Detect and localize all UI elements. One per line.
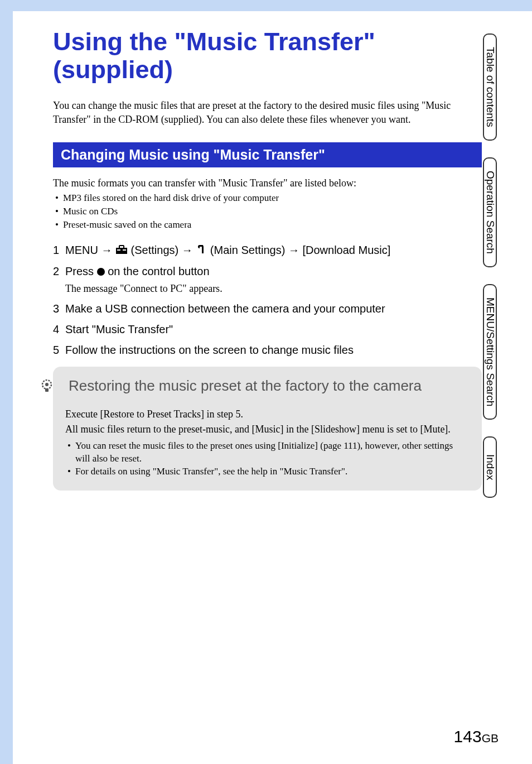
tip-body: Execute [Restore to Preset Tracks] in st… — [65, 407, 470, 478]
step-3: Make a USB connection between the camera… — [53, 300, 482, 318]
side-navigation-tabs: Table of contents Operation Search MENU/… — [483, 33, 524, 515]
svg-rect-1 — [119, 246, 124, 248]
step-4: Start "Music Transfer" — [53, 321, 482, 338]
top-accent-bar — [0, 0, 532, 11]
tab-operation-search[interactable]: Operation Search — [483, 157, 497, 267]
step-2: Press on the control button The message … — [53, 263, 482, 297]
tip-paragraph: Execute [Restore to Preset Tracks] in st… — [65, 407, 470, 421]
list-item: Preset-music saved on the camera — [53, 218, 482, 232]
page-number-suffix: GB — [482, 732, 499, 744]
step-note: The message "Connect to PC" appears. — [65, 281, 482, 297]
tip-box: Restoring the music preset at the factor… — [53, 367, 482, 491]
tip-paragraph: All music files return to the preset-mus… — [65, 422, 470, 436]
arrow-icon: → — [288, 244, 299, 256]
svg-rect-5 — [45, 388, 49, 392]
intro-paragraph: You can change the music files that are … — [53, 99, 482, 127]
step-text: on the control button — [105, 265, 210, 277]
tip-bullet-list: You can reset the music files to the pre… — [65, 440, 470, 478]
tab-menu-settings-search[interactable]: MENU/Settings Search — [483, 284, 497, 420]
main-settings-wrench-icon — [196, 242, 207, 260]
list-item: For details on using "Music Transfer", s… — [65, 465, 470, 478]
step-text: Press — [65, 265, 97, 277]
left-accent-bar — [0, 0, 13, 764]
tab-table-of-contents[interactable]: Table of contents — [483, 33, 497, 141]
page-content: Using the "Music Transfer" (supplied) Yo… — [0, 11, 532, 491]
list-item: Music on CDs — [53, 205, 482, 218]
list-item: You can reset the music files to the pre… — [65, 440, 470, 465]
svg-point-6 — [45, 383, 49, 386]
arrow-icon: → — [101, 244, 112, 256]
step-1: MENU → (Settings) → (Main Settings) → [D… — [53, 242, 482, 260]
format-bullet-list: MP3 files stored on the hard disk drive … — [53, 191, 482, 231]
step-text: (Settings) — [131, 244, 182, 256]
steps-list: MENU → (Settings) → (Main Settings) → [D… — [53, 242, 482, 359]
svg-rect-2 — [117, 249, 120, 251]
section-heading: Changing Music using "Music Transfer" — [53, 142, 482, 167]
settings-toolbox-icon — [115, 242, 128, 260]
step-5: Follow the instructions on the screen to… — [53, 342, 482, 359]
page-title: Using the "Music Transfer" (supplied) — [53, 28, 482, 83]
arrow-icon: → — [182, 244, 193, 256]
svg-rect-3 — [123, 249, 126, 251]
center-button-icon — [97, 268, 105, 276]
tip-title-text: Restoring the music preset at the factor… — [69, 377, 422, 394]
tip-title: Restoring the music preset at the factor… — [65, 377, 470, 397]
step-text: MENU — [65, 244, 101, 256]
step-text: [Download Music] — [299, 244, 390, 256]
page-number: 143GB — [454, 727, 499, 746]
formats-intro: The music formats you can transfer with … — [53, 177, 482, 189]
step-text: (Main Settings) — [210, 244, 288, 256]
tab-index[interactable]: Index — [483, 436, 497, 498]
page-number-value: 143 — [454, 727, 482, 746]
list-item: MP3 files stored on the hard disk drive … — [53, 191, 482, 205]
